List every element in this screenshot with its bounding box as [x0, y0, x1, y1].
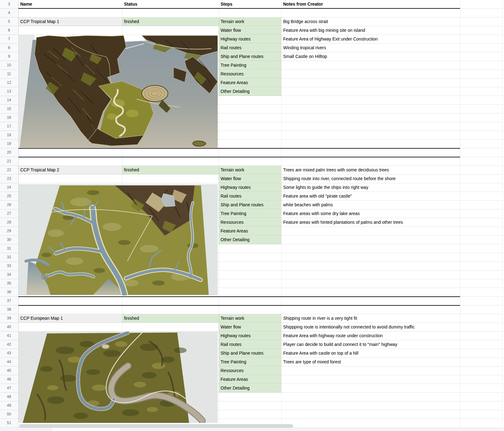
row-number[interactable]: 13 [0, 87, 18, 96]
note-cell[interactable]: Winding tropical rivers [281, 44, 460, 52]
row-number[interactable]: 50 [0, 410, 18, 419]
row-number[interactable]: 48 [0, 393, 18, 401]
row-number[interactable]: 41 [0, 332, 18, 340]
row-number[interactable]: 19 [0, 140, 18, 148]
note-cell[interactable]: Player can decide to build and connect i… [281, 340, 460, 349]
step-cell[interactable]: Other Detailing [219, 87, 281, 96]
note-cell[interactable]: Big Bridge across strait [281, 17, 460, 26]
row-number[interactable]: 45 [0, 366, 18, 375]
row-number[interactable]: 46 [0, 375, 18, 384]
row-number[interactable]: 5 [0, 17, 18, 26]
map-name-cell[interactable]: CCP Tropical Map 2 [18, 166, 122, 174]
step-cell[interactable]: Tree Painting [219, 61, 281, 69]
status-cell[interactable]: finished [122, 314, 219, 323]
column-header-status[interactable]: Status [122, 0, 221, 8]
row-number[interactable]: 43 [0, 349, 18, 357]
row-number[interactable]: 20 [0, 148, 18, 157]
step-cell[interactable]: Water flow [219, 175, 281, 183]
note-cell[interactable]: Some lights to guide the ships into righ… [281, 183, 460, 192]
note-cell[interactable]: Shipping route into river, connected rou… [281, 175, 460, 183]
step-cell[interactable]: Tree Painting [219, 209, 281, 218]
note-cell[interactable]: Trees are type of mixed forest [281, 358, 460, 366]
step-cell[interactable]: Other Detailing [219, 236, 281, 244]
row-number[interactable]: 11 [0, 70, 18, 78]
note-cell[interactable]: Feature area with old "pirate castle" [281, 192, 460, 200]
note-cell[interactable]: Feature Area with castle on top of a hil… [281, 349, 460, 357]
note-cell[interactable]: white beaches with palms [281, 201, 460, 209]
row-number[interactable]: 21 [0, 157, 18, 165]
row-number[interactable]: 31 [0, 244, 18, 253]
step-cell[interactable]: Terrain work [219, 166, 281, 174]
step-cell[interactable]: Highway routes [219, 35, 281, 43]
row-number[interactable]: 10 [0, 61, 18, 69]
row-number[interactable]: 36 [0, 288, 18, 296]
row-number[interactable]: 15 [0, 105, 18, 113]
row-number[interactable]: 44 [0, 358, 18, 366]
row-number[interactable]: 16 [0, 113, 18, 122]
map-preview-european-1[interactable] [18, 332, 218, 423]
row-number[interactable]: 49 [0, 401, 18, 410]
step-cell[interactable]: Rail routes [219, 340, 281, 349]
step-cell[interactable]: Ship and Plane routes [219, 349, 281, 357]
column-header-notes[interactable]: Notes from Creator [281, 0, 462, 8]
row-number[interactable]: 25 [0, 192, 18, 200]
row-number[interactable]: 23 [0, 175, 18, 183]
step-cell[interactable]: Ressources [219, 70, 281, 78]
map-name-cell[interactable]: CCP Tropical Map 1 [18, 17, 122, 26]
row-number[interactable]: 8 [0, 44, 18, 52]
note-cell[interactable]: Feature Area of Highway Exit under Const… [281, 35, 460, 43]
status-cell[interactable]: finished [122, 17, 219, 26]
step-cell[interactable]: Feature Areas [219, 375, 281, 384]
step-cell[interactable]: Rail routes [219, 44, 281, 52]
horizontal-scrollbar-thumb[interactable] [19, 424, 293, 428]
note-cell[interactable]: Small Castle on Hilltop [281, 52, 460, 61]
step-cell[interactable]: Feature Areas [219, 227, 281, 235]
step-cell[interactable]: Tree Painting [219, 358, 281, 366]
step-cell[interactable]: Ressources [219, 366, 281, 375]
row-number[interactable]: 47 [0, 384, 18, 392]
row-number[interactable]: 51 [0, 419, 18, 427]
row-number[interactable]: 18 [0, 131, 18, 139]
note-cell[interactable]: Feature areas with hinted plantations of… [281, 218, 460, 227]
step-cell[interactable]: Water flow [219, 26, 281, 35]
row-number[interactable]: 29 [0, 227, 18, 235]
column-header-steps[interactable]: Steps [219, 0, 283, 8]
step-cell[interactable]: Rail routes [219, 192, 281, 200]
row-number[interactable]: 6 [0, 26, 18, 35]
row-number[interactable]: 9 [0, 52, 18, 61]
row-number[interactable]: 27 [0, 209, 18, 218]
row-number[interactable]: 22 [0, 166, 18, 174]
row-number[interactable]: 7 [0, 35, 18, 43]
row-number[interactable]: 4 [0, 9, 18, 17]
row-number[interactable]: 34 [0, 271, 18, 279]
row-number[interactable]: 40 [0, 323, 18, 331]
note-cell[interactable]: Feature Area with big mining site on isl… [281, 26, 460, 35]
row-number[interactable]: 14 [0, 96, 18, 104]
row-number[interactable]: 30 [0, 236, 18, 244]
step-cell[interactable]: Feature Areas [219, 79, 281, 87]
row-number[interactable]: 28 [0, 218, 18, 227]
map-preview-tropical-1[interactable] [18, 35, 218, 148]
note-cell[interactable]: Shippping route is intentionally not con… [281, 323, 460, 331]
note-cell[interactable]: Trees are mixed palm trees with some dec… [281, 166, 460, 174]
row-number[interactable]: 32 [0, 253, 18, 261]
step-cell[interactable]: Water flow [219, 323, 281, 331]
row-number[interactable]: 38 [0, 305, 18, 314]
row-number[interactable]: 24 [0, 183, 18, 192]
row-number[interactable]: 3 [0, 0, 18, 8]
row-number[interactable]: 35 [0, 279, 18, 288]
map-preview-tropical-2[interactable]: "" [18, 183, 218, 295]
row-number[interactable]: 12 [0, 79, 18, 87]
column-header-name[interactable]: Name [18, 0, 124, 8]
map-name-cell[interactable]: CCP European Map 1 [18, 314, 122, 323]
step-cell[interactable]: Highway routes [219, 183, 281, 192]
status-cell[interactable]: finished [122, 166, 219, 174]
note-cell[interactable]: Feature areas with some dry lake areas [281, 209, 460, 218]
step-cell[interactable]: Terrain work [219, 17, 281, 26]
step-cell[interactable]: Other Detailing [219, 384, 281, 392]
step-cell[interactable]: Terrain work [219, 314, 281, 323]
step-cell[interactable]: Ship and Plane routes [219, 52, 281, 61]
row-number[interactable]: 42 [0, 340, 18, 349]
row-number[interactable]: 26 [0, 201, 18, 209]
row-number[interactable]: 39 [0, 314, 18, 323]
